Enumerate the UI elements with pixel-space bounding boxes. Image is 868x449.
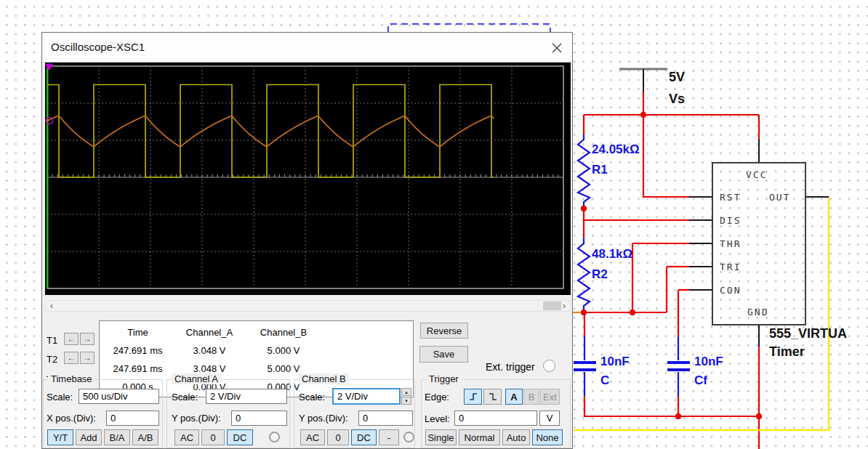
trigger-title: Trigger: [426, 373, 462, 384]
col-header-channel-a: Channel_A: [176, 327, 243, 338]
t1-channel-b: 5.000 V: [243, 345, 324, 356]
window-titlebar[interactable]: Oscilloscope-XSC1: [42, 33, 572, 62]
pin-label-tri: TRI: [720, 262, 741, 272]
channel-b-title: Channel B: [299, 373, 349, 384]
oscilloscope-window: Oscilloscope-XSC1 ‹ › T1 ← → T2 ← → T2-T…: [41, 32, 573, 449]
r1-name-label: R1: [592, 163, 608, 177]
timebase-title: Timebase: [48, 373, 95, 384]
ext-trigger-indicator[interactable]: [543, 360, 555, 372]
timebase-group: Timebase Scale: X pos.(Div): Y/T Add B/A…: [43, 379, 163, 448]
out-wire[interactable]: [574, 197, 829, 430]
supply-voltage-label: 5V: [669, 70, 685, 85]
pin-label-thr: THR: [720, 238, 741, 249]
trigger-source-b-button[interactable]: B: [523, 389, 539, 405]
channel-b-dc-button[interactable]: DC: [351, 429, 377, 445]
right-arrow-icon: →: [84, 335, 91, 343]
close-icon: [552, 43, 562, 53]
channel-a-group: Channel A Scale: Y pos.(Div): AC 0 DC: [166, 379, 290, 448]
trigger-edge-label: Edge:: [425, 392, 449, 403]
t1-time: 247.691 ms: [100, 345, 176, 356]
timebase-add-button[interactable]: Add: [76, 429, 102, 445]
chip-part-label: 555_VIRTUA: [769, 326, 847, 341]
col-header-time: Time: [100, 327, 176, 338]
scope-graticule-and-traces: [45, 62, 571, 295]
trigger-auto-button[interactable]: Auto: [502, 429, 530, 445]
channel-b-ac-button[interactable]: AC: [300, 429, 325, 445]
t1-right-button[interactable]: →: [80, 333, 95, 345]
pin-label-vcc: VCC: [746, 169, 767, 180]
c-name-label: C: [600, 373, 609, 388]
capacitor-c[interactable]: [574, 336, 596, 396]
timebase-xpos-input[interactable]: [106, 410, 159, 426]
resistor-r2[interactable]: [578, 238, 590, 312]
scrollbar-thumb[interactable]: [543, 302, 561, 310]
channel-a-ypos-label: Y pos.(Div):: [172, 413, 221, 424]
save-button[interactable]: Save: [419, 346, 468, 363]
resistor-r1[interactable]: [578, 134, 590, 209]
trigger-level-unit[interactable]: V: [539, 410, 560, 426]
trigger-source-ext-button[interactable]: Ext: [540, 389, 560, 405]
rising-edge-icon: [467, 391, 479, 403]
trigger-level-input[interactable]: [454, 410, 537, 426]
t2-right-button[interactable]: →: [80, 352, 95, 364]
cf-value-label: 10nF: [694, 355, 723, 369]
edge-falling-button[interactable]: [483, 389, 502, 405]
channel-a-zero-button[interactable]: 0: [201, 429, 225, 445]
right-arrow-icon: →: [84, 354, 91, 362]
channel-b-scale-input[interactable]: [332, 388, 401, 405]
close-button[interactable]: [549, 40, 565, 56]
timebase-scale-label: Scale:: [47, 392, 73, 403]
channel-b-ypos-input[interactable]: [358, 410, 413, 426]
multisim-canvas: { "window": { "title": "Oscilloscope-XSC…: [0, 0, 868, 449]
falling-edge-icon: [487, 391, 499, 403]
timebase-xpos-label: X pos.(Div):: [47, 413, 96, 424]
r2-name-label: R2: [592, 267, 608, 282]
edge-rising-button[interactable]: [464, 389, 482, 405]
pin-label-out: OUT: [769, 192, 790, 203]
t2-left-button[interactable]: ←: [64, 352, 79, 364]
t1-label: T1: [47, 335, 57, 346]
channel-a-scale-label: Scale:: [172, 392, 198, 403]
t2-label: T2: [47, 354, 57, 365]
channel-a-ypos-input[interactable]: [231, 410, 287, 426]
window-title: Oscilloscope-XSC1: [51, 41, 145, 53]
capacitor-cf[interactable]: [667, 336, 690, 396]
channel-b-radio[interactable]: [403, 432, 414, 442]
channel-b-group: Channel B Scale: ▲ ▼ Y pos.(Div): AC 0 D…: [294, 379, 415, 448]
trigger-none-button[interactable]: None: [532, 429, 563, 445]
spinner-up-icon[interactable]: ▲: [401, 388, 411, 396]
timebase-ba-button[interactable]: B/A: [104, 429, 130, 445]
channel-a-radio[interactable]: [269, 432, 280, 442]
timebase-scale-input[interactable]: [79, 389, 159, 404]
pin-label-dis: DIS: [720, 215, 741, 226]
table-row-t1: 247.691 ms 3.048 V 5.000 V: [100, 341, 413, 360]
spinner-down-icon[interactable]: ▼: [401, 397, 411, 405]
trigger-single-button[interactable]: Single: [425, 429, 457, 445]
channel-b-scale-label: Scale:: [299, 392, 325, 403]
channel-a-scale-input[interactable]: [206, 389, 287, 404]
scroll-left-icon[interactable]: ‹: [46, 301, 57, 311]
pin-label-gnd: GND: [747, 307, 768, 317]
cf-name-label: Cf: [694, 373, 707, 388]
timebase-yt-button[interactable]: Y/T: [47, 429, 73, 445]
channel-a-ac-button[interactable]: AC: [174, 429, 199, 445]
scope-horizontal-scrollbar[interactable]: ‹ ›: [45, 300, 571, 312]
left-arrow-icon: ←: [68, 335, 75, 343]
channel-b-zero-button[interactable]: 0: [327, 429, 349, 445]
left-arrow-icon: ←: [68, 354, 75, 362]
r2-value-label: 48.1kΩ: [592, 247, 632, 262]
ext-trigger-label: Ext. trigger: [486, 361, 535, 373]
r1-value-label: 24.05kΩ: [592, 142, 640, 157]
channel-a-dc-button[interactable]: DC: [227, 429, 253, 445]
supply-name-label: Vs: [669, 92, 685, 107]
t1-left-button[interactable]: ←: [64, 333, 79, 345]
timebase-ab-button[interactable]: A/B: [132, 429, 158, 445]
table-header-row: Time Channel_A Channel_B: [100, 323, 413, 341]
reverse-button[interactable]: Reverse: [420, 323, 468, 339]
trigger-source-a-button[interactable]: A: [505, 389, 523, 405]
t1-channel-a: 3.048 V: [176, 345, 243, 356]
t2-channel-b: 5.000 V: [243, 363, 324, 374]
channel-b-minus-button[interactable]: -: [379, 429, 399, 445]
trigger-normal-button[interactable]: Normal: [459, 429, 500, 445]
table-row-t2: 247.691 ms 3.048 V 5.000 V: [100, 360, 413, 378]
